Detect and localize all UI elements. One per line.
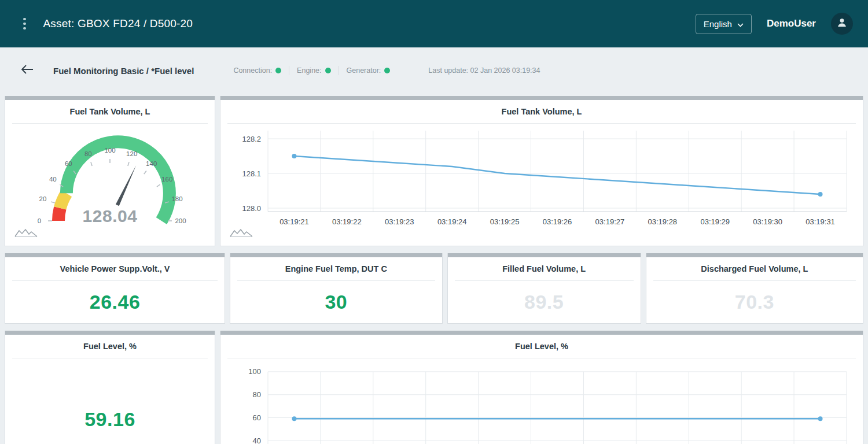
arrow-left-icon xyxy=(21,65,34,76)
y-axis-label: 128.0 xyxy=(242,204,261,213)
area-chart-icon[interactable] xyxy=(14,228,38,240)
gauge-tick-label: 120 xyxy=(126,150,137,157)
status-generator-label: Generator: xyxy=(347,66,381,75)
status-engine: Engine: xyxy=(297,66,330,75)
fuel-level-chart: 100806040 xyxy=(220,358,863,444)
card-title: Fuel Level, % xyxy=(12,335,208,358)
app-title: Asset: GBOX FD24 / D500-20 xyxy=(43,17,193,30)
x-axis-label: 03:19:27 xyxy=(595,217,625,226)
card-strip xyxy=(220,96,863,100)
gauge-tick-label: 20 xyxy=(39,195,47,202)
x-axis-label: 03:19:26 xyxy=(543,217,572,226)
gauge-wrap: 020406080100120140160180200 xyxy=(5,124,215,246)
y-axis-label: 128.1 xyxy=(242,169,261,178)
gauge-tick xyxy=(144,171,146,174)
x-axis-label: 03:19:21 xyxy=(279,217,309,226)
card-title: Filled Fuel Volume, L xyxy=(455,257,634,281)
stat-value: 30 xyxy=(230,281,442,323)
card-title: Engine Fuel Temp, DUT C xyxy=(237,257,435,281)
kebab-menu-icon[interactable] xyxy=(19,14,31,34)
card-strip xyxy=(220,331,863,335)
fuel-tank-volume-chart: 128.2128.1128.003:19:2103:19:2203:19:230… xyxy=(220,126,863,245)
gauge-tick xyxy=(51,202,55,203)
gauge-value: 128.04 xyxy=(5,206,215,226)
stat-value: 89.5 xyxy=(448,281,641,323)
card-stat-discharged-fuel: Discharged Fuel Volume, L 70.3 xyxy=(646,253,863,324)
dashboard-row-3: Fuel Level, % 59.16 Fuel Level, % 100806… xyxy=(5,331,863,444)
card-fuel-level-chart: Fuel Level, % 100806040 xyxy=(220,331,863,444)
card-fuel-gauge: Fuel Tank Volume, L 02040608010012014016… xyxy=(5,96,215,246)
avatar[interactable] xyxy=(831,13,853,35)
gauge-tick xyxy=(128,162,129,166)
user-name[interactable]: DemoUser xyxy=(767,18,816,29)
x-axis-label: 03:19:30 xyxy=(753,217,782,226)
y-axis-label: 40 xyxy=(253,436,261,444)
card-title: Fuel Tank Volume, L xyxy=(12,100,208,124)
card-stat-vehicle-power: Vehicle Power Supp.Volt., V 26.46 xyxy=(5,253,225,324)
card-title: Fuel Tank Volume, L xyxy=(227,100,856,124)
back-button[interactable] xyxy=(21,65,34,76)
gauge-tick-label: 40 xyxy=(49,176,57,183)
topbar: Asset: GBOX FD24 / D500-20 English DemoU… xyxy=(0,0,868,47)
x-axis-label: 03:19:31 xyxy=(806,217,835,226)
card-fuel-level-value: Fuel Level, % 59.16 xyxy=(5,331,215,444)
y-axis-label: 60 xyxy=(253,413,261,422)
x-axis-label: 03:19:24 xyxy=(437,217,467,226)
person-icon xyxy=(836,17,848,31)
gauge-tick-label: 100 xyxy=(104,147,115,154)
gauge-tick-label: 180 xyxy=(171,195,182,202)
topbar-right: English DemoUser xyxy=(696,13,853,35)
card-fuel-tank-chart: Fuel Tank Volume, L 128.2128.1128.003:19… xyxy=(220,96,863,246)
card-strip xyxy=(230,253,442,257)
series-endpoint xyxy=(292,154,296,158)
dashboard-row-1: Fuel Tank Volume, L 02040608010012014016… xyxy=(5,96,863,246)
gauge-tick xyxy=(91,162,92,166)
series-endpoint xyxy=(818,416,823,421)
x-axis-label: 03:19:25 xyxy=(490,217,520,226)
toolbar: Fuel Monitoring Basic / *Fuel level Conn… xyxy=(0,47,868,96)
status-separator xyxy=(289,66,289,75)
page-title: Fuel Monitoring Basic / *Fuel level xyxy=(53,66,194,76)
gauge-tick-label: 160 xyxy=(161,176,172,183)
last-update: Last update: 02 Jan 2026 03:19:34 xyxy=(428,66,540,75)
card-title: Fuel Level, % xyxy=(227,335,856,358)
status-indicators: Connection: Engine: Generator: xyxy=(233,66,390,75)
card-strip xyxy=(5,253,225,257)
stat-value: 26.46 xyxy=(5,281,225,323)
status-dot xyxy=(275,68,281,73)
card-strip xyxy=(5,331,215,335)
status-engine-label: Engine: xyxy=(297,66,321,75)
stat-value: 59.16 xyxy=(5,358,215,444)
stat-value: 70.3 xyxy=(646,281,863,323)
card-title: Discharged Fuel Volume, L xyxy=(653,257,856,281)
status-connection-label: Connection: xyxy=(233,66,272,75)
y-axis-label: 128.2 xyxy=(242,135,261,143)
language-label: English xyxy=(704,19,732,29)
gauge-tick xyxy=(157,184,160,187)
status-generator: Generator: xyxy=(347,66,391,75)
card-stat-engine-fuel-temp: Engine Fuel Temp, DUT C 30 xyxy=(230,253,442,324)
x-axis-label: 03:19:22 xyxy=(332,217,362,226)
gauge-tick-label: 80 xyxy=(84,150,92,157)
gauge-needle xyxy=(116,165,136,206)
series-endpoint xyxy=(818,192,823,197)
gauge-tick-label: 140 xyxy=(146,160,157,167)
gauge-tick-label: 60 xyxy=(65,160,72,167)
card-strip xyxy=(5,96,215,100)
status-connection: Connection: xyxy=(233,66,281,75)
status-dot xyxy=(325,68,331,73)
series-endpoint xyxy=(292,416,296,421)
x-axis-label: 03:19:28 xyxy=(648,217,678,226)
y-axis-label: 100 xyxy=(248,367,261,376)
chevron-down-icon xyxy=(737,19,744,29)
status-dot xyxy=(384,68,390,73)
y-axis-label: 80 xyxy=(253,390,261,399)
card-stat-filled-fuel: Filled Fuel Volume, L 89.5 xyxy=(447,253,641,324)
card-strip xyxy=(448,253,641,257)
card-strip xyxy=(646,253,863,257)
x-axis-label: 03:19:29 xyxy=(700,217,730,226)
status-separator xyxy=(339,66,339,75)
area-chart-icon[interactable] xyxy=(230,228,253,240)
language-select[interactable]: English xyxy=(696,14,752,34)
x-axis-label: 03:19:23 xyxy=(385,217,414,226)
